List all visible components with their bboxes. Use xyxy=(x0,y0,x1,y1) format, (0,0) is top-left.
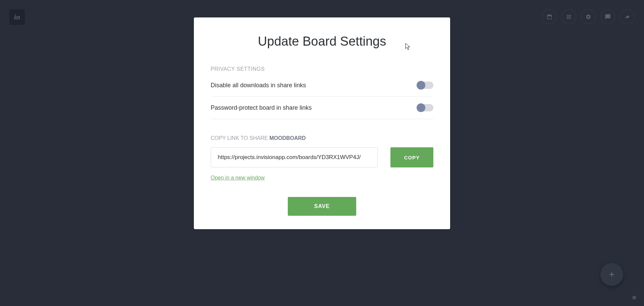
share-label-bold: MOODBOARD xyxy=(269,135,306,141)
privacy-section-label: PRIVACY SETTINGS xyxy=(211,66,433,72)
share-section: COPY LINK TO SHARE MOODBOARD COPY Open i… xyxy=(211,135,433,181)
setting-row-password-protect: Password-protect board in share links xyxy=(211,104,433,119)
modal-title: Update Board Settings xyxy=(211,34,433,49)
share-section-label: COPY LINK TO SHARE MOODBOARD xyxy=(211,135,433,141)
calendar-icon xyxy=(546,14,552,20)
share-url-input[interactable] xyxy=(211,147,378,167)
share-arrow-icon xyxy=(624,14,630,20)
share-row: COPY xyxy=(211,147,433,167)
update-board-settings-modal: Update Board Settings PRIVACY SETTINGS D… xyxy=(194,17,450,229)
gear-icon xyxy=(585,14,591,20)
comment-button[interactable] xyxy=(600,9,615,24)
toggle-knob xyxy=(417,81,425,90)
share-button[interactable] xyxy=(620,9,635,24)
copy-button[interactable]: COPY xyxy=(390,147,433,167)
indicator-dot xyxy=(633,296,636,299)
settings-button[interactable] xyxy=(581,9,596,24)
setting-label: Disable all downloads in share links xyxy=(211,82,306,89)
toggle-password-protect[interactable] xyxy=(417,104,433,111)
open-new-window-link[interactable]: Open in a new window xyxy=(211,175,265,181)
add-fab[interactable] xyxy=(600,263,623,286)
invision-logo[interactable]: in xyxy=(9,9,25,25)
save-button[interactable]: SAVE xyxy=(288,197,356,216)
toggle-disable-downloads[interactable] xyxy=(417,82,433,89)
plus-icon xyxy=(608,270,616,278)
calendar-button[interactable] xyxy=(542,9,557,24)
toggle-knob xyxy=(417,103,425,112)
bottom-indicator xyxy=(633,296,636,299)
logo-text: in xyxy=(14,13,20,21)
setting-row-disable-downloads: Disable all downloads in share links xyxy=(211,82,433,97)
share-label-prefix: COPY LINK TO SHARE xyxy=(211,135,269,141)
top-icon-bar xyxy=(542,9,635,24)
setting-label: Password-protect board in share links xyxy=(211,104,312,111)
grid-icon xyxy=(566,14,572,20)
apps-button[interactable] xyxy=(561,9,576,24)
chat-icon xyxy=(605,14,611,20)
